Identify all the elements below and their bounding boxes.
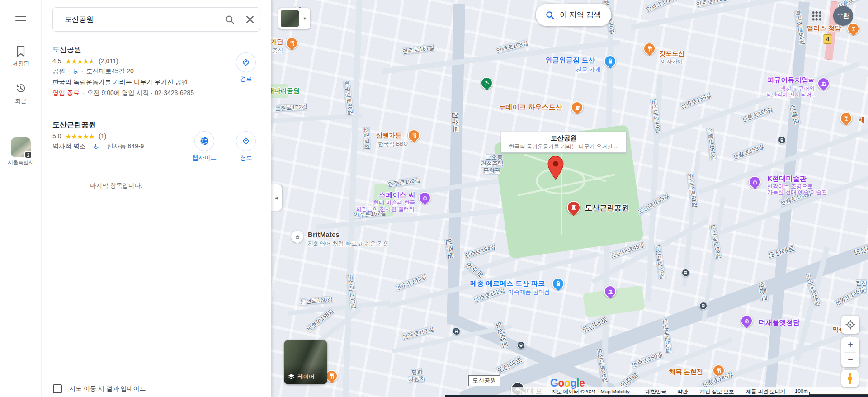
- country-link[interactable]: 대한민국: [646, 388, 666, 395]
- map-label: 언주로167길: [402, 44, 435, 56]
- update-results-checkbox[interactable]: [53, 384, 62, 393]
- zoom-in-button[interactable]: +: [841, 337, 859, 352]
- directions-icon: [241, 136, 251, 147]
- google-maps-app: 압구언주로172길언주로172길학구정로46길선릉로16학구정로56길언주로16…: [0, 0, 868, 397]
- fork-poi-icon[interactable]: [408, 129, 420, 142]
- map-label: 가죽제품 판매점: [508, 288, 550, 296]
- map-label: 전화영어 처럼 빠르고 쉬운 강의: [308, 240, 389, 248]
- search-submit-button[interactable]: [220, 15, 240, 24]
- selected-poi-marker[interactable]: ♜: [567, 201, 580, 214]
- search-box: [52, 7, 260, 32]
- bus-poi-icon[interactable]: [778, 136, 786, 144]
- golf-poi-icon[interactable]: [481, 77, 493, 89]
- layers-label: 레이어: [297, 373, 315, 381]
- bank-poi-icon[interactable]: [749, 176, 761, 188]
- left-nav-rail: 저장됨 최근 2 서울특별시: [0, 0, 42, 397]
- search-icon: [225, 15, 235, 24]
- road-segment: [342, 0, 362, 397]
- map-label: 선릉로155길: [679, 92, 713, 111]
- fork-poi-icon[interactable]: [286, 37, 298, 49]
- trip-count-badge: 2: [24, 151, 32, 159]
- bank-poi-icon[interactable]: [817, 77, 830, 90]
- bus-poi-icon[interactable]: [517, 341, 525, 349]
- map-label: 선릉로145길: [834, 285, 866, 307]
- map-label: 논현로172길: [275, 103, 308, 113]
- layers-minimap-button[interactable]: 레이어: [284, 340, 327, 384]
- map-label: 언주로159길: [387, 176, 421, 189]
- bus-poi-icon[interactable]: [453, 327, 460, 335]
- map-label: 해목 논현점: [669, 368, 703, 376]
- map-label: 앨리스 청담: [807, 24, 841, 33]
- map-label: 장난감이 전시되어...: [766, 91, 816, 99]
- menu-button[interactable]: [15, 16, 26, 24]
- result-item-dosan-neighborhood-park[interactable]: 도산근린공원 5.0 ★★★★★★★★★★ (1) 역사적 명소· ♿· 신사동…: [52, 120, 260, 151]
- divider: [42, 168, 271, 168]
- fork-poi-icon[interactable]: [326, 370, 338, 382]
- zoom-out-button[interactable]: −: [841, 353, 859, 368]
- divider: [42, 113, 271, 113]
- scale-label: 100m: [795, 388, 808, 394]
- map-label: 개나리공원: [271, 87, 300, 95]
- bank-poi-icon[interactable]: [419, 192, 431, 204]
- bookmark-icon: [16, 45, 26, 57]
- result-item-dosan-park[interactable]: 도산공원 4.5 ★★★★★★★★★★ (2,011) 공원· ♿· 도산대로4…: [52, 45, 260, 97]
- map-type-thumbnail[interactable]: [281, 10, 299, 27]
- cocktail-poi-icon[interactable]: [840, 112, 852, 124]
- map-label: 언주로: [451, 112, 460, 133]
- fork-poi-icon[interactable]: [643, 43, 656, 55]
- trip-label: 서울특별시: [0, 159, 42, 166]
- bus-poi-icon[interactable]: [682, 269, 689, 277]
- bag-poi-icon[interactable]: [552, 278, 564, 290]
- map-type-widget[interactable]: ▼: [278, 8, 310, 29]
- destination-pin[interactable]: [547, 156, 564, 182]
- zoom-controls: + −: [841, 337, 859, 367]
- trip-thumbnail[interactable]: 2: [11, 137, 31, 157]
- account-avatar[interactable]: 수환: [833, 6, 853, 26]
- directions-button[interactable]: 경로: [232, 131, 259, 162]
- sidebar-item-recent[interactable]: 최근: [0, 82, 42, 105]
- search-this-area-button[interactable]: 이 지역 검색: [536, 4, 611, 26]
- map-label: 누데이크 하우스도산: [499, 103, 562, 112]
- tooltip-subtitle: 한국의 독립운동가를 기리는 나무가 우거진 ...: [506, 143, 622, 151]
- collapse-panel-button[interactable]: ◀: [271, 184, 282, 211]
- bank-poi-icon[interactable]: [604, 285, 616, 298]
- map-label: 갓포도산: [659, 50, 685, 58]
- globe-icon: [199, 136, 210, 147]
- search-input[interactable]: [53, 15, 220, 24]
- directions-icon: [241, 57, 251, 68]
- bank-poi-icon[interactable]: [741, 315, 753, 327]
- terms-link[interactable]: 약관: [677, 388, 688, 395]
- result-title[interactable]: 도산근린공원: [52, 120, 260, 130]
- map-label: 언주로151길: [401, 326, 435, 341]
- rook-icon: ♜: [571, 203, 576, 212]
- apps-grid-icon[interactable]: [812, 11, 821, 21]
- chevron-down-icon[interactable]: ▼: [299, 10, 310, 27]
- directions-button[interactable]: 경로: [232, 52, 259, 83]
- map-label: 스페이스 씨: [379, 191, 415, 199]
- sidebar-item-saved[interactable]: 저장됨: [0, 45, 42, 68]
- star-rating: ★★★★★★★★★★: [65, 133, 94, 140]
- pegman-button[interactable]: [841, 370, 859, 387]
- bag-poi-icon[interactable]: [604, 55, 616, 67]
- map-label: 메종 에르메스 도산 파크: [470, 279, 545, 288]
- wheelchair-icon: ♿: [94, 142, 99, 151]
- map-label: 도산대로49길: [654, 244, 666, 279]
- cocktail-poi-icon[interactable]: [847, 23, 859, 35]
- result-title[interactable]: 도산공원: [52, 45, 260, 55]
- privacy-link[interactable]: 개인 정보 보호: [700, 388, 734, 395]
- selected-poi-label: 도산근린공원: [585, 203, 629, 213]
- pegman-icon: [846, 373, 854, 384]
- map-label: 언주로172길: [645, 0, 678, 14]
- map-label: 이자카야: [661, 58, 683, 66]
- cup-poi-icon[interactable]: [571, 101, 583, 113]
- feedback-link[interactable]: 제품 의견 보내기: [746, 388, 785, 395]
- road-segment: [682, 151, 701, 286]
- cap-poi-icon[interactable]: [291, 231, 303, 243]
- bus-poi-icon[interactable]: [699, 302, 707, 310]
- google-logo: Google: [550, 377, 585, 389]
- map-canvas[interactable]: 압구언주로172길언주로172길학구정로46길선릉로16학구정로56길언주로16…: [271, 0, 868, 397]
- website-button[interactable]: 웹사이트: [191, 131, 218, 162]
- category-row: 공원· ♿· 도산대로45길 20: [52, 67, 260, 76]
- clear-search-button[interactable]: [240, 15, 260, 24]
- my-location-button[interactable]: [841, 316, 859, 334]
